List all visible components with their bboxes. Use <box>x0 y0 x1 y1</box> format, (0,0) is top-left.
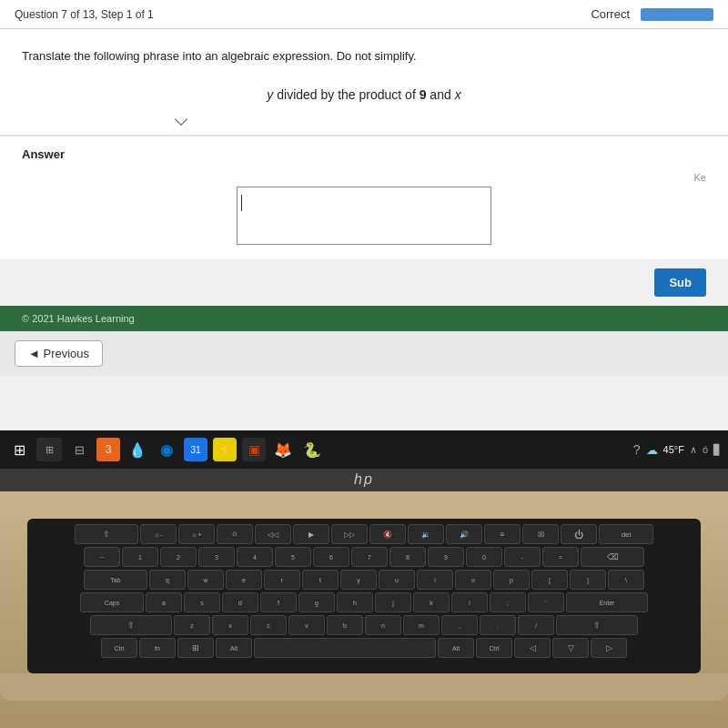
lightning-icon[interactable]: ⚡ <box>213 438 237 461</box>
vol-up-key[interactable]: 🔊 <box>446 524 482 544</box>
key-m[interactable]: m <box>403 615 440 635</box>
backspace-key[interactable]: ⌫ <box>581 547 644 567</box>
key-equals[interactable]: = <box>542 547 579 567</box>
key-e[interactable]: e <box>226 570 262 590</box>
next-track-key[interactable]: ▷▷ <box>331 524 368 544</box>
spacebar-key[interactable] <box>254 638 436 658</box>
key-c[interactable]: c <box>250 615 287 635</box>
key-bracket-close[interactable]: ] <box>570 570 606 590</box>
right-ctrl-key[interactable]: Ctrl <box>476 638 512 658</box>
key-h[interactable]: h <box>337 592 373 612</box>
key-w[interactable]: w <box>187 570 224 590</box>
caret-icon[interactable]: ∧ <box>690 444 697 456</box>
down-arrow-key[interactable]: ▽ <box>552 638 589 658</box>
key-bracket-open[interactable]: [ <box>531 570 568 590</box>
key-l[interactable]: l <box>451 592 488 612</box>
key-o[interactable]: o <box>455 570 491 590</box>
key-r[interactable]: r <box>264 570 300 590</box>
key-f[interactable]: f <box>260 592 297 612</box>
brightness-down-key[interactable]: ☼- <box>140 524 177 544</box>
close-key[interactable]: ☒ <box>522 524 559 544</box>
key-t[interactable]: t <box>302 570 339 590</box>
key-4[interactable]: 4 <box>237 547 273 567</box>
key-p[interactable]: p <box>493 570 530 590</box>
key-q[interactable]: q <box>149 570 186 590</box>
submit-area: Sub <box>0 259 728 306</box>
fn3-key[interactable]: ⊙ <box>217 524 253 544</box>
key-j[interactable]: j <box>375 592 411 612</box>
enter-key[interactable]: Enter <box>566 592 648 612</box>
key-k[interactable]: k <box>413 592 450 612</box>
key-comma[interactable]: , <box>441 615 478 635</box>
left-ctrl-key[interactable]: Ctrl <box>101 638 137 658</box>
key-s[interactable]: s <box>184 592 220 612</box>
key-row-qwerty: Tab q w e r t y u i o p [ ] \ <box>31 570 697 590</box>
right-alt-key[interactable]: Alt <box>438 638 474 658</box>
key-v[interactable]: v <box>288 615 325 635</box>
question-instruction: Translate the following phrase into an a… <box>22 47 706 66</box>
key-2[interactable]: 2 <box>160 547 197 567</box>
windows-icon[interactable]: ⊞ <box>7 438 31 461</box>
left-shift-key[interactable]: ⇧ <box>90 615 172 635</box>
key-3[interactable]: 3 <box>198 547 235 567</box>
key-0[interactable]: 0 <box>466 547 502 567</box>
left-alt-key[interactable]: Alt <box>216 638 252 658</box>
backtick-key[interactable]: ~ <box>84 547 120 567</box>
key-period[interactable]: . <box>480 615 516 635</box>
win-key[interactable]: ⊞ <box>177 638 214 658</box>
key-n[interactable]: n <box>365 615 401 635</box>
key-backslash[interactable]: \ <box>608 570 644 590</box>
key-semicolon[interactable]: ; <box>490 592 526 612</box>
key-8[interactable]: 8 <box>389 547 426 567</box>
vol-down-key[interactable]: 🔉 <box>408 524 444 544</box>
key-1[interactable]: 1 <box>122 547 158 567</box>
key-5[interactable]: 5 <box>275 547 311 567</box>
key-y[interactable]: y <box>340 570 377 590</box>
key-i[interactable]: i <box>417 570 453 590</box>
folder-icon[interactable]: 3 <box>96 438 120 461</box>
key-d[interactable]: d <box>222 592 258 612</box>
right-shift-key[interactable]: ⇧ <box>556 615 638 635</box>
weather-icon: ☁ <box>646 443 658 457</box>
key-7[interactable]: 7 <box>351 547 388 567</box>
left-arrow-key[interactable]: ◁ <box>514 638 551 658</box>
firefox-icon[interactable]: 🦊 <box>271 438 295 461</box>
key-b[interactable]: b <box>327 615 363 635</box>
hp-logo-area: hp <box>0 468 728 491</box>
key-x[interactable]: x <box>212 615 248 635</box>
power-key[interactable]: ⏻ <box>561 524 597 544</box>
key-g[interactable]: g <box>298 592 335 612</box>
office-icon[interactable]: ▣ <box>242 438 266 461</box>
network-icon[interactable]: ó <box>703 444 708 455</box>
play-key[interactable]: ▶ <box>293 524 329 544</box>
caps-key[interactable]: Caps <box>80 592 144 612</box>
previous-button[interactable]: ◄ Previous <box>15 340 103 367</box>
key-u[interactable]: u <box>379 570 415 590</box>
key-quote[interactable]: ' <box>528 592 564 612</box>
mute-key[interactable]: 🔇 <box>369 524 406 544</box>
key-minus[interactable]: - <box>504 547 541 567</box>
right-arrow-key[interactable]: ▷ <box>591 638 627 658</box>
brightness-up-key[interactable]: ☼+ <box>178 524 215 544</box>
calendar-icon[interactable]: 31 <box>184 438 207 461</box>
taskview-icon[interactable]: ⊟ <box>67 438 91 461</box>
key-6[interactable]: 6 <box>313 547 349 567</box>
edge-icon[interactable]: ◉ <box>155 438 178 461</box>
key-9[interactable]: 9 <box>428 547 464 567</box>
tab-key[interactable]: Tab <box>84 570 147 590</box>
answer-input-container[interactable] <box>237 187 491 245</box>
menu-key[interactable]: ≡ <box>484 524 521 544</box>
question-mark-icon[interactable]: ? <box>633 442 641 457</box>
fn-key[interactable]: fn <box>139 638 176 658</box>
key-z[interactable]: z <box>174 615 210 635</box>
shift-key[interactable]: ⇧ <box>75 524 138 544</box>
submit-button[interactable]: Sub <box>654 268 706 297</box>
answer-section: Answer Ke <box>0 136 728 259</box>
search-icon[interactable]: ⊞ <box>36 438 62 461</box>
delete-key[interactable]: del <box>599 524 653 544</box>
dropbox-icon[interactable]: 💧 <box>126 438 149 461</box>
key-a[interactable]: a <box>146 592 182 612</box>
key-slash[interactable]: / <box>518 615 554 635</box>
prev-track-key[interactable]: ◁◁ <box>255 524 291 544</box>
snake-icon[interactable]: 🐍 <box>300 438 324 461</box>
